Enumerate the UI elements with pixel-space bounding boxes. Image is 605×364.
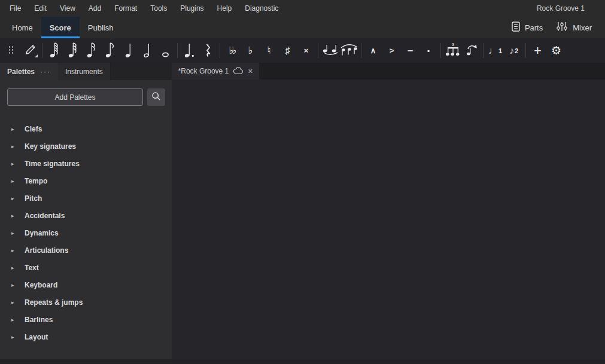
chevron-right-icon: ▸: [11, 299, 25, 305]
palette-item-accidentals[interactable]: ▸ Accidentals: [0, 207, 172, 224]
document-tab[interactable]: *Rock Groove 1 ×: [172, 63, 259, 79]
toolbar-separator: [525, 43, 526, 58]
tuplet-button[interactable]: 3: [443, 41, 462, 60]
tab-instruments[interactable]: Instruments: [58, 63, 111, 80]
tab-palettes[interactable]: Palettes ···: [0, 63, 58, 80]
tuplet-icon: 3: [445, 42, 461, 59]
note-16th-icon: [86, 42, 96, 60]
palettes-panel: Palettes ··· Instruments Add Palettes ▸: [0, 63, 172, 364]
tenuto-button[interactable]: −: [401, 41, 419, 60]
drag-handle-icon: [9, 46, 15, 55]
tie-button[interactable]: [321, 41, 339, 60]
note-input-button[interactable]: [21, 41, 39, 60]
tab-score[interactable]: Score: [41, 17, 80, 38]
tab-publish[interactable]: Publish: [80, 17, 122, 38]
add-palettes-button[interactable]: Add Palettes: [7, 88, 143, 106]
menu-item-format[interactable]: Format: [108, 4, 144, 13]
parts-button[interactable]: Parts: [508, 17, 546, 38]
plus-icon: +: [534, 44, 542, 57]
tie-icon: [321, 42, 339, 59]
accent-icon: >: [390, 47, 394, 54]
toolbar-drag-handle[interactable]: [2, 41, 21, 60]
palette-item-tempo[interactable]: ▸ Tempo: [0, 172, 172, 189]
sharp-icon: ♯: [285, 45, 290, 56]
note-16th-button[interactable]: [82, 41, 101, 60]
tab-home[interactable]: Home: [4, 17, 41, 38]
note-32nd-icon: [68, 42, 78, 60]
chevron-right-icon: ▸: [11, 230, 25, 236]
marcato-icon: ∧: [370, 47, 376, 54]
voice-1-button[interactable]: ♩1: [486, 41, 504, 60]
chevron-right-icon: ▸: [11, 265, 25, 271]
palette-item-time-signatures[interactable]: ▸ Time signatures: [0, 155, 172, 172]
toolbar-separator: [483, 43, 484, 58]
staccato-button[interactable]: ·: [419, 41, 438, 60]
slur-button[interactable]: [339, 41, 358, 60]
palette-item-dynamics[interactable]: ▸ Dynamics: [0, 224, 172, 241]
rest-button[interactable]: [199, 41, 217, 60]
chevron-right-icon: ▸: [11, 334, 25, 340]
note-quarter-button[interactable]: [119, 41, 138, 60]
palette-item-pitch[interactable]: ▸ Pitch: [0, 189, 172, 207]
menu-item-file[interactable]: File: [3, 4, 28, 13]
augmentation-dot-button[interactable]: [180, 41, 199, 60]
customize-toolbar-add-button[interactable]: +: [528, 41, 547, 60]
palette-item-barlines[interactable]: ▸ Barlines: [0, 311, 172, 328]
palettes-menu-dots-icon[interactable]: ···: [40, 68, 51, 76]
natural-button[interactable]: ♮: [260, 41, 278, 60]
flip-direction-icon: [464, 42, 479, 59]
toolbar-settings-button[interactable]: ⚙: [547, 41, 566, 60]
marcato-button[interactable]: ∧: [364, 41, 382, 60]
palette-item-keyboard[interactable]: ▸ Keyboard: [0, 276, 172, 293]
toolbar-separator: [440, 43, 441, 58]
menu-item-view[interactable]: View: [53, 4, 82, 13]
palette-item-clefs[interactable]: ▸ Clefs: [0, 120, 172, 137]
note-64th-icon: [49, 42, 59, 60]
close-icon[interactable]: ×: [248, 66, 253, 76]
document-tab-label: *Rock Groove 1: [178, 67, 229, 75]
menu-item-add[interactable]: Add: [82, 4, 108, 13]
note-half-button[interactable]: [138, 41, 156, 60]
palettes-tab-label: Palettes: [7, 68, 35, 76]
palette-item-text[interactable]: ▸ Text: [0, 259, 172, 276]
toolbar-separator: [318, 43, 318, 58]
menu-item-plugins[interactable]: Plugins: [174, 4, 210, 13]
double-sharp-button[interactable]: ×: [297, 41, 315, 60]
mixer-label: Mixer: [573, 23, 592, 32]
flat-button[interactable]: ♭: [241, 41, 260, 60]
palette-search-button[interactable]: [147, 88, 165, 106]
accent-button[interactable]: >: [382, 41, 401, 60]
mixer-button[interactable]: Mixer: [552, 17, 595, 38]
palette-item-key-signatures[interactable]: ▸ Key signatures: [0, 137, 172, 155]
note-half-icon: [143, 42, 151, 60]
menu-bar: File Edit View Add Format Tools Plugins …: [0, 0, 605, 17]
flip-direction-button[interactable]: [462, 41, 481, 60]
mixer-icon: [556, 22, 568, 33]
note-32nd-button[interactable]: [63, 41, 82, 60]
palette-item-layout[interactable]: ▸ Layout: [0, 328, 172, 345]
menu-item-tools[interactable]: Tools: [144, 4, 174, 13]
note-eighth-button[interactable]: [101, 41, 119, 60]
score-canvas[interactable]: [172, 79, 605, 364]
note-whole-button[interactable]: [156, 41, 175, 60]
chevron-right-icon: ▸: [11, 178, 25, 184]
search-icon: [151, 91, 161, 103]
document-tab-bar: *Rock Groove 1 ×: [172, 63, 605, 79]
sharp-button[interactable]: ♯: [278, 41, 297, 60]
double-flat-button[interactable]: ♭♭: [223, 41, 241, 60]
flat-icon: ♭: [248, 45, 253, 56]
voice-1-number: 1: [498, 47, 502, 54]
palette-item-repeats-jumps[interactable]: ▸ Repeats & jumps: [0, 293, 172, 311]
palette-item-articulations[interactable]: ▸ Articulations: [0, 241, 172, 259]
note-64th-button[interactable]: [45, 41, 63, 60]
voice-2-button[interactable]: ♪2: [504, 41, 523, 60]
menu-item-help[interactable]: Help: [211, 4, 239, 13]
note-input-toolbar: ♭♭ ♭ ♮ ♯ ×: [0, 38, 605, 63]
menu-item-edit[interactable]: Edit: [28, 4, 53, 13]
parts-label: Parts: [525, 23, 543, 32]
menu-item-diagnostic[interactable]: Diagnostic: [238, 4, 285, 13]
chevron-right-icon: ▸: [11, 126, 25, 132]
voice-1-note-icon: ♩: [488, 45, 498, 56]
gear-icon: ⚙: [551, 45, 561, 56]
voice-2-note-icon: ♪: [509, 45, 514, 56]
